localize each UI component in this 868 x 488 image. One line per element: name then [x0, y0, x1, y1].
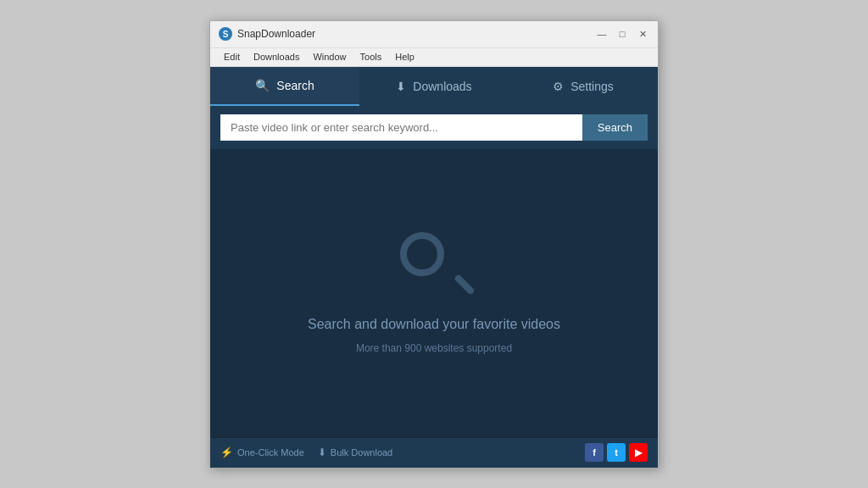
menu-edit[interactable]: Edit: [217, 50, 247, 64]
menu-downloads[interactable]: Downloads: [247, 50, 306, 64]
main-subtext: More than 900 websites supported: [356, 342, 512, 354]
bulk-download-button[interactable]: ⬇ Bulk Download: [318, 446, 392, 458]
bulk-download-label: Bulk Download: [331, 447, 392, 458]
tab-search[interactable]: 🔍 Search: [210, 67, 359, 106]
main-heading: Search and download your favorite videos: [308, 317, 560, 332]
maximize-button[interactable]: □: [615, 27, 629, 41]
tab-downloads[interactable]: ⬇ Downloads: [359, 67, 509, 106]
status-bar: ⚡ One-Click Mode ⬇ Bulk Download f t ▶: [210, 437, 658, 468]
app-window: S SnapDownloader — □ ✕ Edit Downloads Wi…: [209, 20, 659, 469]
menu-bar: Edit Downloads Window Tools Help: [210, 48, 658, 67]
youtube-button[interactable]: ▶: [629, 443, 648, 462]
app-icon: S: [219, 27, 232, 41]
settings-tab-label: Settings: [570, 80, 614, 93]
downloads-tab-label: Downloads: [413, 80, 471, 93]
search-icon-circle: [400, 232, 444, 276]
twitter-button[interactable]: t: [607, 443, 626, 462]
one-click-label: One-Click Mode: [237, 447, 304, 458]
title-bar: S SnapDownloader — □ ✕: [210, 21, 658, 48]
app-title: SnapDownloader: [237, 28, 315, 40]
window-controls: — □ ✕: [595, 27, 649, 41]
search-input[interactable]: [220, 114, 582, 141]
search-button[interactable]: Search: [582, 114, 648, 141]
social-icons: f t ▶: [585, 443, 648, 462]
menu-window[interactable]: Window: [306, 50, 353, 64]
close-button[interactable]: ✕: [636, 27, 649, 41]
search-bar-area: Search: [210, 106, 658, 149]
status-left: ⚡ One-Click Mode ⬇ Bulk Download: [220, 446, 392, 458]
one-click-mode-button[interactable]: ⚡ One-Click Mode: [220, 446, 304, 458]
title-bar-left: S SnapDownloader: [219, 27, 315, 41]
search-tab-icon: 🔍: [255, 79, 270, 92]
search-tab-label: Search: [276, 79, 314, 92]
one-click-icon: ⚡: [220, 446, 233, 458]
main-content: Search and download your favorite videos…: [210, 149, 658, 437]
tab-bar: 🔍 Search ⬇ Downloads ⚙ Settings: [210, 67, 658, 106]
facebook-button[interactable]: f: [585, 443, 604, 462]
big-search-icon: [400, 232, 468, 300]
search-icon-handle: [453, 274, 475, 295]
minimize-button[interactable]: —: [595, 27, 609, 41]
tab-settings[interactable]: ⚙ Settings: [509, 67, 658, 106]
settings-tab-icon: ⚙: [553, 80, 564, 93]
downloads-tab-icon: ⬇: [396, 80, 406, 93]
bulk-download-icon: ⬇: [318, 446, 326, 458]
menu-tools[interactable]: Tools: [353, 50, 389, 64]
menu-help[interactable]: Help: [388, 50, 421, 64]
